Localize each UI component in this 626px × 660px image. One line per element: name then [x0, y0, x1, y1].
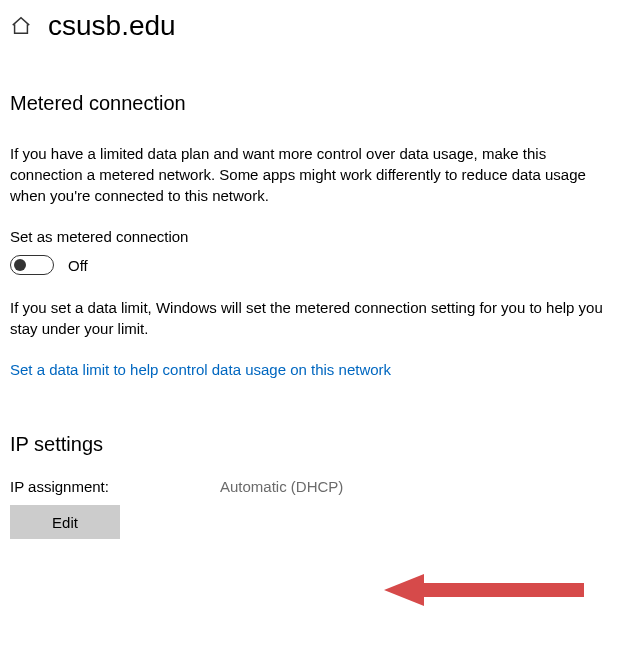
- ip-assignment-value: Automatic (DHCP): [220, 478, 343, 495]
- metered-toggle-state: Off: [68, 257, 88, 274]
- edit-button[interactable]: Edit: [10, 505, 120, 539]
- page-title: csusb.edu: [48, 10, 176, 42]
- annotation-arrow-icon: [384, 570, 584, 614]
- metered-toggle[interactable]: [10, 255, 54, 275]
- metered-limit-note: If you set a data limit, Windows will se…: [10, 297, 610, 339]
- metered-description: If you have a limited data plan and want…: [10, 143, 610, 206]
- toggle-knob: [14, 259, 26, 271]
- data-limit-link[interactable]: Set a data limit to help control data us…: [10, 361, 391, 378]
- metered-toggle-label: Set as metered connection: [10, 228, 616, 245]
- home-icon[interactable]: [10, 15, 32, 37]
- metered-heading: Metered connection: [10, 92, 616, 115]
- metered-toggle-row: Off: [10, 255, 616, 275]
- page-header: csusb.edu: [10, 10, 616, 42]
- ip-assignment-row: IP assignment: Automatic (DHCP): [10, 478, 616, 495]
- svg-marker-1: [384, 574, 424, 606]
- ip-assignment-label: IP assignment:: [10, 478, 220, 495]
- ip-settings-heading: IP settings: [10, 433, 616, 456]
